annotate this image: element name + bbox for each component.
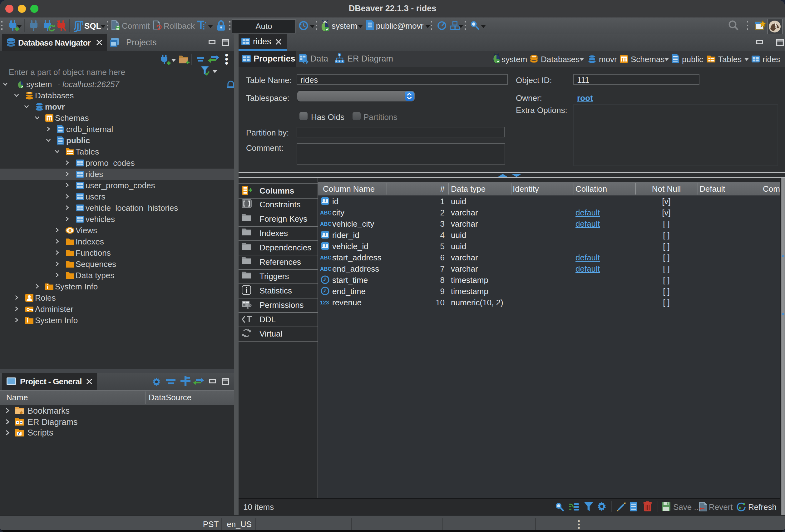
svg-text:ABC: ABC: [320, 221, 331, 227]
svg-text:ABC: ABC: [320, 266, 331, 272]
svg-text:123: 123: [320, 300, 329, 305]
svg-text:ABC: ABC: [320, 255, 331, 260]
svg-text:ABC: ABC: [320, 210, 331, 216]
